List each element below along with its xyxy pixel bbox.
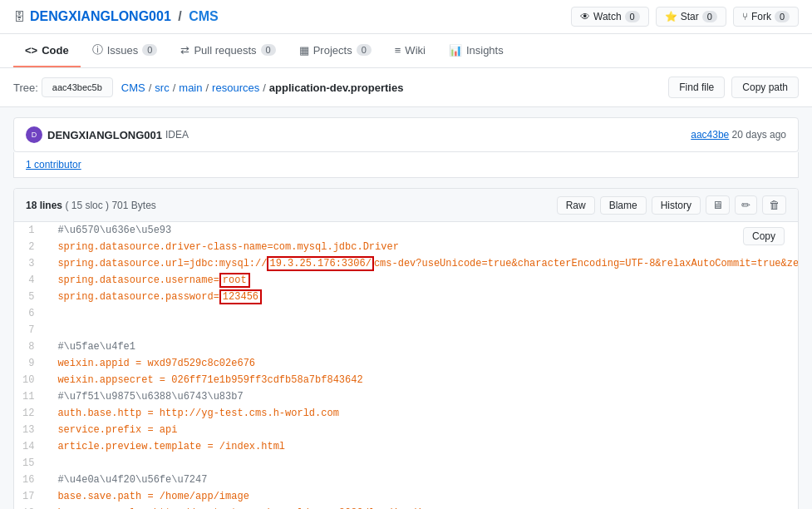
line-code: [46, 322, 798, 339]
commit-meta: aac43be 20 days ago: [691, 129, 786, 141]
line-number: 11: [14, 388, 46, 405]
edit-icon[interactable]: ✏: [735, 195, 757, 215]
line-number: 13: [14, 422, 46, 438]
line-number: 6: [14, 305, 46, 322]
line-code: weixin.appsecret = 026ff71e1b959ff3cdfb5…: [46, 372, 798, 388]
delete-icon[interactable]: 🗑: [762, 195, 786, 215]
line-code: #\u5fae\u4fe1: [46, 339, 798, 355]
line-number: 9: [14, 355, 46, 372]
line-code: spring.datasource.username=root: [46, 272, 798, 289]
tree-selector[interactable]: aac43bec5b: [42, 77, 113, 97]
tab-wiki[interactable]: ≡ Wiki: [383, 34, 437, 67]
breadcrumb-bar: Tree: aac43bec5b CMS / src / main / reso…: [0, 68, 812, 107]
line-code: spring.datasource.url=jdbc:mysql://19.3.…: [46, 255, 798, 272]
table-row: 1#\u6570\u636e\u5e93: [14, 222, 798, 239]
star-icon: ⭐: [665, 11, 677, 22]
commit-info: D DENGXIANGLONG001 IDEA aac43be 20 days …: [13, 117, 799, 152]
file-size: 701 Bytes: [111, 200, 155, 211]
star-button[interactable]: ⭐ Star 0: [656, 7, 726, 27]
line-number: 15: [14, 455, 46, 472]
star-count: 0: [702, 11, 717, 22]
table-row: 12auth.base.http = http://yg-test.cms.h-…: [14, 405, 798, 422]
breadcrumb-filename: application-dev.properties: [269, 82, 404, 94]
file-toolbar: 18 lines ( 15 sloc ) 701 Bytes Raw Blame…: [14, 189, 798, 222]
contributor-link[interactable]: 1 contributor: [26, 159, 81, 170]
line-number: 5: [14, 289, 46, 305]
breadcrumb-resources[interactable]: resources: [212, 82, 259, 94]
breadcrumb-main[interactable]: main: [179, 82, 202, 94]
tab-projects[interactable]: ▦ Projects 0: [288, 34, 383, 67]
line-code: article.preview.template = /index.html: [46, 438, 798, 455]
raw-button[interactable]: Raw: [557, 196, 595, 215]
line-code: #\u4e0a\u4f20\u56fe\u7247: [46, 472, 798, 488]
table-row: 13service.prefix = api: [14, 422, 798, 438]
commit-sha-link[interactable]: aac43be: [691, 129, 729, 141]
line-code: base.save.path = /home/app/image: [46, 488, 798, 505]
history-button[interactable]: History: [652, 196, 701, 215]
line-number: 18: [14, 505, 46, 509]
table-row: 11#\u7f51\u9875\u6388\u6743\u83b7: [14, 388, 798, 405]
file-meta: 18 lines ( 15 sloc ) 701 Bytes: [26, 200, 156, 211]
copy-path-button[interactable]: Copy path: [731, 77, 799, 98]
fork-count: 0: [775, 11, 790, 22]
table-row: 16#\u4e0a\u4f20\u56fe\u7247: [14, 472, 798, 488]
star-label: Star: [681, 11, 699, 22]
line-code: spring.datasource.password=123456: [46, 289, 798, 305]
line-code: #\u6570\u636e\u5e93: [46, 222, 798, 239]
table-row: 14article.preview.template = /index.html: [14, 438, 798, 455]
tab-insights[interactable]: 📊 Insights: [437, 34, 515, 67]
table-row: 15: [14, 455, 798, 472]
blame-button[interactable]: Blame: [600, 196, 647, 215]
db-icon: 🗄: [13, 10, 25, 23]
line-code: [46, 455, 798, 472]
repo-name-link[interactable]: CMS: [189, 9, 219, 23]
avatar: D: [26, 126, 42, 143]
pr-icon: ⇄: [180, 44, 189, 57]
copy-button-area: Copy: [743, 227, 785, 245]
line-number: 7: [14, 322, 46, 339]
nav-tabs: <> Code ⓘ Issues 0 ⇄ Pull requests 0 ▦ P…: [0, 34, 812, 68]
table-row: 3spring.datasource.url=jdbc:mysql://19.3…: [14, 255, 798, 272]
line-number: 3: [14, 255, 46, 272]
fork-button[interactable]: ⑂ Fork 0: [733, 7, 799, 27]
commit-message: IDEA: [165, 129, 189, 141]
line-number: 4: [14, 272, 46, 289]
line-code: base.save.url = http://yg-test.cms.h-wor…: [46, 505, 798, 509]
tab-pull-requests[interactable]: ⇄ Pull requests 0: [169, 34, 287, 67]
line-code: #\u7f51\u9875\u6388\u6743\u83b7: [46, 388, 798, 405]
code-table: 1#\u6570\u636e\u5e932spring.datasource.d…: [14, 222, 798, 509]
line-number: 10: [14, 372, 46, 388]
eye-icon: 👁: [580, 11, 590, 22]
table-row: 17base.save.path = /home/app/image: [14, 488, 798, 505]
breadcrumb-cms[interactable]: CMS: [121, 82, 145, 94]
commit-left: D DENGXIANGLONG001 IDEA: [26, 126, 189, 143]
breadcrumb-actions: Find file Copy path: [668, 77, 799, 98]
code-icon: <>: [25, 44, 37, 57]
repo-actions: 👁 Watch 0 ⭐ Star 0 ⑂ Fork 0: [571, 7, 799, 27]
repo-path: DENGXIANGLONG001 / CMS: [30, 9, 219, 24]
tree-label: Tree:: [13, 82, 38, 94]
line-code: spring.datasource.driver-class-name=com.…: [46, 239, 798, 255]
wiki-icon: ≡: [395, 44, 401, 57]
contributor-bar: 1 contributor: [13, 152, 799, 178]
tab-issues[interactable]: ⓘ Issues 0: [81, 34, 170, 67]
line-code: auth.base.http = http://yg-test.cms.h-wo…: [46, 405, 798, 422]
tab-code[interactable]: <> Code: [13, 34, 81, 67]
line-number: 1: [14, 222, 46, 239]
file-actions: Raw Blame History 🖥 ✏ 🗑: [557, 195, 786, 215]
breadcrumb-src[interactable]: src: [155, 82, 169, 94]
code-scroll-area[interactable]: Copy 1#\u6570\u636e\u5e932spring.datasou…: [14, 222, 798, 509]
repo-header: 🗄 DENGXIANGLONG001 / CMS 👁 Watch 0 ⭐ Sta…: [0, 0, 812, 34]
table-row: 8#\u5fae\u4fe1: [14, 339, 798, 355]
line-number: 12: [14, 405, 46, 422]
copy-button[interactable]: Copy: [743, 227, 785, 245]
find-file-button[interactable]: Find file: [668, 77, 725, 98]
line-code: [46, 305, 798, 322]
sloc-count: 15 sloc: [71, 200, 103, 211]
commit-time: 20 days ago: [732, 129, 786, 141]
repo-owner-link[interactable]: DENGXIANGLONG001: [30, 9, 171, 23]
desktop-icon[interactable]: 🖥: [706, 195, 730, 215]
commit-author: DENGXIANGLONG001: [47, 129, 162, 141]
table-row: 5spring.datasource.password=123456: [14, 289, 798, 305]
watch-button[interactable]: 👁 Watch 0: [571, 7, 649, 27]
